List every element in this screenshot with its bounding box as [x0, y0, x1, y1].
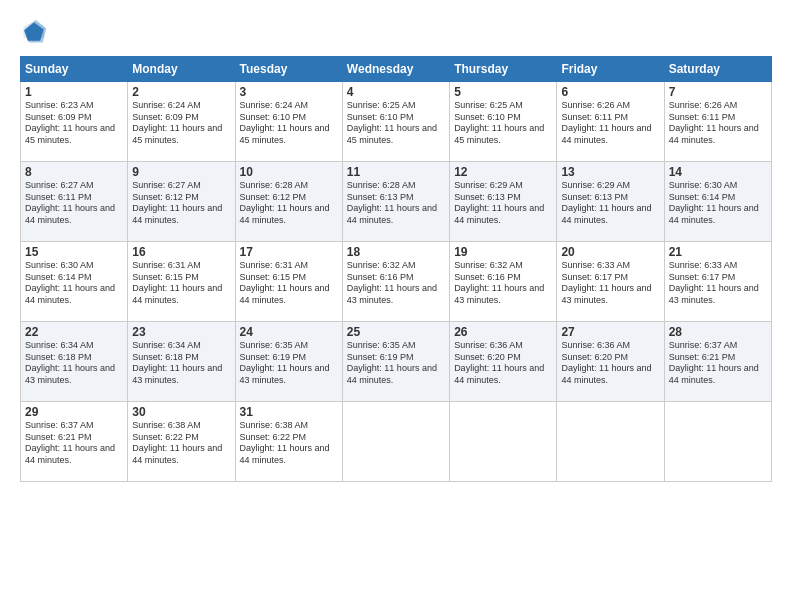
table-row: 17Sunrise: 6:31 AMSunset: 6:15 PMDayligh…: [235, 242, 342, 322]
day-number: 30: [132, 405, 230, 419]
day-info: Sunrise: 6:38 AMSunset: 6:22 PMDaylight:…: [132, 420, 230, 467]
table-row: 23Sunrise: 6:34 AMSunset: 6:18 PMDayligh…: [128, 322, 235, 402]
day-number: 1: [25, 85, 123, 99]
calendar-week-row: 29Sunrise: 6:37 AMSunset: 6:21 PMDayligh…: [21, 402, 772, 482]
day-info: Sunrise: 6:29 AMSunset: 6:13 PMDaylight:…: [561, 180, 659, 227]
day-number: 6: [561, 85, 659, 99]
logo: [20, 18, 52, 46]
table-row: 30Sunrise: 6:38 AMSunset: 6:22 PMDayligh…: [128, 402, 235, 482]
day-info: Sunrise: 6:36 AMSunset: 6:20 PMDaylight:…: [561, 340, 659, 387]
table-row: 28Sunrise: 6:37 AMSunset: 6:21 PMDayligh…: [664, 322, 771, 402]
calendar-week-row: 15Sunrise: 6:30 AMSunset: 6:14 PMDayligh…: [21, 242, 772, 322]
day-number: 24: [240, 325, 338, 339]
day-info: Sunrise: 6:27 AMSunset: 6:12 PMDaylight:…: [132, 180, 230, 227]
table-row: 24Sunrise: 6:35 AMSunset: 6:19 PMDayligh…: [235, 322, 342, 402]
day-number: 15: [25, 245, 123, 259]
day-number: 9: [132, 165, 230, 179]
table-row: 14Sunrise: 6:30 AMSunset: 6:14 PMDayligh…: [664, 162, 771, 242]
table-row: 4Sunrise: 6:25 AMSunset: 6:10 PMDaylight…: [342, 82, 449, 162]
table-row: 22Sunrise: 6:34 AMSunset: 6:18 PMDayligh…: [21, 322, 128, 402]
day-info: Sunrise: 6:32 AMSunset: 6:16 PMDaylight:…: [454, 260, 552, 307]
table-row: 16Sunrise: 6:31 AMSunset: 6:15 PMDayligh…: [128, 242, 235, 322]
day-info: Sunrise: 6:31 AMSunset: 6:15 PMDaylight:…: [240, 260, 338, 307]
day-number: 22: [25, 325, 123, 339]
table-row: 5Sunrise: 6:25 AMSunset: 6:10 PMDaylight…: [450, 82, 557, 162]
table-row: 19Sunrise: 6:32 AMSunset: 6:16 PMDayligh…: [450, 242, 557, 322]
table-row: 20Sunrise: 6:33 AMSunset: 6:17 PMDayligh…: [557, 242, 664, 322]
table-row: 13Sunrise: 6:29 AMSunset: 6:13 PMDayligh…: [557, 162, 664, 242]
day-info: Sunrise: 6:38 AMSunset: 6:22 PMDaylight:…: [240, 420, 338, 467]
day-number: 16: [132, 245, 230, 259]
day-info: Sunrise: 6:34 AMSunset: 6:18 PMDaylight:…: [25, 340, 123, 387]
table-row: 9Sunrise: 6:27 AMSunset: 6:12 PMDaylight…: [128, 162, 235, 242]
table-row: 29Sunrise: 6:37 AMSunset: 6:21 PMDayligh…: [21, 402, 128, 482]
table-row: 7Sunrise: 6:26 AMSunset: 6:11 PMDaylight…: [664, 82, 771, 162]
table-row: 6Sunrise: 6:26 AMSunset: 6:11 PMDaylight…: [557, 82, 664, 162]
day-info: Sunrise: 6:23 AMSunset: 6:09 PMDaylight:…: [25, 100, 123, 147]
day-number: 21: [669, 245, 767, 259]
table-row: 25Sunrise: 6:35 AMSunset: 6:19 PMDayligh…: [342, 322, 449, 402]
day-info: Sunrise: 6:34 AMSunset: 6:18 PMDaylight:…: [132, 340, 230, 387]
day-number: 5: [454, 85, 552, 99]
day-number: 29: [25, 405, 123, 419]
table-row: 12Sunrise: 6:29 AMSunset: 6:13 PMDayligh…: [450, 162, 557, 242]
day-info: Sunrise: 6:28 AMSunset: 6:12 PMDaylight:…: [240, 180, 338, 227]
col-tuesday: Tuesday: [235, 57, 342, 82]
table-row: 3Sunrise: 6:24 AMSunset: 6:10 PMDaylight…: [235, 82, 342, 162]
day-number: 7: [669, 85, 767, 99]
day-number: 19: [454, 245, 552, 259]
day-info: Sunrise: 6:37 AMSunset: 6:21 PMDaylight:…: [669, 340, 767, 387]
table-row: 27Sunrise: 6:36 AMSunset: 6:20 PMDayligh…: [557, 322, 664, 402]
day-info: Sunrise: 6:24 AMSunset: 6:10 PMDaylight:…: [240, 100, 338, 147]
table-row: 18Sunrise: 6:32 AMSunset: 6:16 PMDayligh…: [342, 242, 449, 322]
day-info: Sunrise: 6:32 AMSunset: 6:16 PMDaylight:…: [347, 260, 445, 307]
table-row: 8Sunrise: 6:27 AMSunset: 6:11 PMDaylight…: [21, 162, 128, 242]
col-monday: Monday: [128, 57, 235, 82]
table-row: [557, 402, 664, 482]
day-number: 31: [240, 405, 338, 419]
day-info: Sunrise: 6:26 AMSunset: 6:11 PMDaylight:…: [669, 100, 767, 147]
day-number: 11: [347, 165, 445, 179]
calendar-week-row: 1Sunrise: 6:23 AMSunset: 6:09 PMDaylight…: [21, 82, 772, 162]
day-number: 3: [240, 85, 338, 99]
day-number: 28: [669, 325, 767, 339]
day-info: Sunrise: 6:27 AMSunset: 6:11 PMDaylight:…: [25, 180, 123, 227]
day-info: Sunrise: 6:25 AMSunset: 6:10 PMDaylight:…: [347, 100, 445, 147]
day-info: Sunrise: 6:30 AMSunset: 6:14 PMDaylight:…: [669, 180, 767, 227]
day-info: Sunrise: 6:29 AMSunset: 6:13 PMDaylight:…: [454, 180, 552, 227]
header: [20, 18, 772, 46]
page: Sunday Monday Tuesday Wednesday Thursday…: [0, 0, 792, 612]
col-wednesday: Wednesday: [342, 57, 449, 82]
day-number: 2: [132, 85, 230, 99]
day-number: 18: [347, 245, 445, 259]
day-info: Sunrise: 6:35 AMSunset: 6:19 PMDaylight:…: [240, 340, 338, 387]
day-info: Sunrise: 6:35 AMSunset: 6:19 PMDaylight:…: [347, 340, 445, 387]
day-info: Sunrise: 6:33 AMSunset: 6:17 PMDaylight:…: [561, 260, 659, 307]
col-friday: Friday: [557, 57, 664, 82]
day-number: 8: [25, 165, 123, 179]
table-row: [664, 402, 771, 482]
day-info: Sunrise: 6:28 AMSunset: 6:13 PMDaylight:…: [347, 180, 445, 227]
day-number: 17: [240, 245, 338, 259]
table-row: 15Sunrise: 6:30 AMSunset: 6:14 PMDayligh…: [21, 242, 128, 322]
table-row: 11Sunrise: 6:28 AMSunset: 6:13 PMDayligh…: [342, 162, 449, 242]
day-number: 10: [240, 165, 338, 179]
table-row: 10Sunrise: 6:28 AMSunset: 6:12 PMDayligh…: [235, 162, 342, 242]
day-number: 12: [454, 165, 552, 179]
day-info: Sunrise: 6:25 AMSunset: 6:10 PMDaylight:…: [454, 100, 552, 147]
day-number: 4: [347, 85, 445, 99]
table-row: 26Sunrise: 6:36 AMSunset: 6:20 PMDayligh…: [450, 322, 557, 402]
day-number: 26: [454, 325, 552, 339]
logo-icon: [20, 18, 48, 46]
day-info: Sunrise: 6:37 AMSunset: 6:21 PMDaylight:…: [25, 420, 123, 467]
col-sunday: Sunday: [21, 57, 128, 82]
day-info: Sunrise: 6:36 AMSunset: 6:20 PMDaylight:…: [454, 340, 552, 387]
day-number: 13: [561, 165, 659, 179]
day-info: Sunrise: 6:24 AMSunset: 6:09 PMDaylight:…: [132, 100, 230, 147]
day-info: Sunrise: 6:33 AMSunset: 6:17 PMDaylight:…: [669, 260, 767, 307]
day-number: 27: [561, 325, 659, 339]
table-row: 21Sunrise: 6:33 AMSunset: 6:17 PMDayligh…: [664, 242, 771, 322]
calendar-table: Sunday Monday Tuesday Wednesday Thursday…: [20, 56, 772, 482]
day-number: 25: [347, 325, 445, 339]
day-number: 14: [669, 165, 767, 179]
